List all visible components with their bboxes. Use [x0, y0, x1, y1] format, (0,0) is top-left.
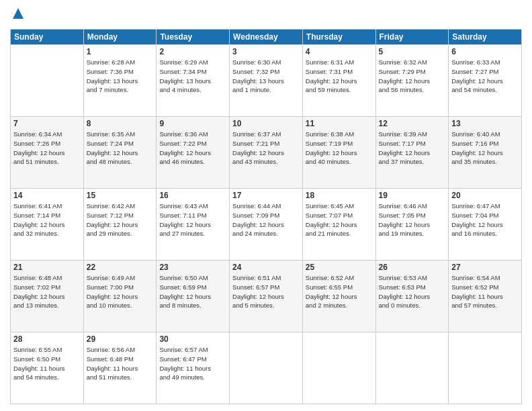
column-header-sunday: Sunday [11, 30, 84, 45]
day-info: Sunrise: 6:44 AM Sunset: 7:09 PM Dayligh… [232, 201, 300, 238]
day-number: 4 [306, 47, 373, 56]
calendar-cell [302, 332, 375, 404]
calendar-week-2: 7Sunrise: 6:34 AM Sunset: 7:26 PM Daylig… [11, 117, 522, 189]
day-number: 8 [87, 119, 154, 128]
calendar-cell: 13Sunrise: 6:40 AM Sunset: 7:16 PM Dayli… [449, 117, 522, 189]
day-number: 27 [451, 263, 519, 272]
calendar-cell: 25Sunrise: 6:52 AM Sunset: 6:55 PM Dayli… [302, 261, 375, 332]
day-info: Sunrise: 6:41 AM Sunset: 7:14 PM Dayligh… [13, 201, 81, 238]
day-info: Sunrise: 6:42 AM Sunset: 7:12 PM Dayligh… [87, 201, 154, 238]
day-number: 29 [87, 334, 154, 344]
day-number: 12 [379, 119, 446, 128]
day-info: Sunrise: 6:35 AM Sunset: 7:24 PM Dayligh… [87, 130, 154, 167]
calendar-cell: 23Sunrise: 6:50 AM Sunset: 6:59 PM Dayli… [157, 261, 230, 332]
calendar-cell: 19Sunrise: 6:46 AM Sunset: 7:05 PM Dayli… [375, 189, 449, 261]
column-header-monday: Monday [83, 30, 157, 45]
calendar-cell: 26Sunrise: 6:53 AM Sunset: 6:53 PM Dayli… [375, 261, 449, 332]
day-number: 6 [451, 47, 519, 56]
day-number: 7 [13, 119, 81, 128]
calendar-cell [11, 45, 84, 117]
day-number: 21 [13, 263, 81, 272]
day-info: Sunrise: 6:30 AM Sunset: 7:32 PM Dayligh… [232, 58, 300, 95]
calendar-table: SundayMondayTuesdayWednesdayThursdayFrid… [10, 29, 522, 404]
calendar-cell: 15Sunrise: 6:42 AM Sunset: 7:12 PM Dayli… [83, 189, 157, 261]
day-info: Sunrise: 6:51 AM Sunset: 6:57 PM Dayligh… [232, 273, 300, 310]
column-header-wednesday: Wednesday [230, 30, 303, 45]
calendar-cell: 22Sunrise: 6:49 AM Sunset: 7:00 PM Dayli… [83, 261, 157, 332]
day-number: 16 [159, 191, 226, 200]
day-info: Sunrise: 6:38 AM Sunset: 7:19 PM Dayligh… [306, 130, 373, 167]
day-info: Sunrise: 6:32 AM Sunset: 7:29 PM Dayligh… [379, 58, 446, 95]
day-info: Sunrise: 6:29 AM Sunset: 7:34 PM Dayligh… [159, 58, 226, 95]
day-info: Sunrise: 6:54 AM Sunset: 6:52 PM Dayligh… [451, 273, 519, 310]
day-number: 24 [232, 263, 300, 272]
day-number: 25 [306, 263, 373, 272]
calendar-cell: 2Sunrise: 6:29 AM Sunset: 7:34 PM Daylig… [157, 45, 230, 117]
page: SundayMondayTuesdayWednesdayThursdayFrid… [0, 0, 532, 411]
column-header-friday: Friday [375, 30, 449, 45]
column-header-saturday: Saturday [449, 30, 522, 45]
day-number: 5 [379, 47, 446, 56]
calendar-cell: 1Sunrise: 6:28 AM Sunset: 7:36 PM Daylig… [83, 45, 157, 117]
calendar-week-4: 21Sunrise: 6:48 AM Sunset: 7:02 PM Dayli… [11, 261, 522, 332]
day-info: Sunrise: 6:47 AM Sunset: 7:04 PM Dayligh… [451, 201, 519, 238]
day-number: 26 [379, 263, 446, 272]
calendar-body: 1Sunrise: 6:28 AM Sunset: 7:36 PM Daylig… [11, 45, 522, 404]
day-info: Sunrise: 6:53 AM Sunset: 6:53 PM Dayligh… [379, 273, 446, 310]
calendar-week-5: 28Sunrise: 6:55 AM Sunset: 6:50 PM Dayli… [11, 332, 522, 404]
calendar-cell: 29Sunrise: 6:56 AM Sunset: 6:48 PM Dayli… [83, 332, 157, 404]
calendar-cell: 8Sunrise: 6:35 AM Sunset: 7:24 PM Daylig… [83, 117, 157, 189]
day-number: 15 [87, 191, 154, 200]
day-number: 1 [87, 47, 154, 56]
calendar-cell: 11Sunrise: 6:38 AM Sunset: 7:19 PM Dayli… [302, 117, 375, 189]
day-info: Sunrise: 6:33 AM Sunset: 7:27 PM Dayligh… [451, 58, 519, 95]
calendar-cell: 27Sunrise: 6:54 AM Sunset: 6:52 PM Dayli… [449, 261, 522, 332]
logo [10, 7, 25, 24]
calendar-cell: 7Sunrise: 6:34 AM Sunset: 7:26 PM Daylig… [11, 117, 84, 189]
day-info: Sunrise: 6:28 AM Sunset: 7:36 PM Dayligh… [87, 58, 154, 95]
calendar-cell: 12Sunrise: 6:39 AM Sunset: 7:17 PM Dayli… [375, 117, 449, 189]
day-info: Sunrise: 6:37 AM Sunset: 7:21 PM Dayligh… [232, 130, 300, 167]
calendar-cell: 16Sunrise: 6:43 AM Sunset: 7:11 PM Dayli… [157, 189, 230, 261]
day-info: Sunrise: 6:43 AM Sunset: 7:11 PM Dayligh… [159, 201, 226, 238]
column-header-thursday: Thursday [302, 30, 375, 45]
day-info: Sunrise: 6:52 AM Sunset: 6:55 PM Dayligh… [306, 273, 373, 310]
day-number: 10 [232, 119, 300, 128]
day-info: Sunrise: 6:57 AM Sunset: 6:47 PM Dayligh… [159, 345, 226, 382]
day-info: Sunrise: 6:50 AM Sunset: 6:59 PM Dayligh… [159, 273, 226, 310]
day-number: 2 [159, 47, 226, 56]
calendar-cell: 30Sunrise: 6:57 AM Sunset: 6:47 PM Dayli… [157, 332, 230, 404]
calendar-cell: 28Sunrise: 6:55 AM Sunset: 6:50 PM Dayli… [11, 332, 84, 404]
calendar-header-row: SundayMondayTuesdayWednesdayThursdayFrid… [11, 30, 522, 45]
calendar-cell: 4Sunrise: 6:31 AM Sunset: 7:31 PM Daylig… [302, 45, 375, 117]
calendar-cell: 18Sunrise: 6:45 AM Sunset: 7:07 PM Dayli… [302, 189, 375, 261]
day-info: Sunrise: 6:34 AM Sunset: 7:26 PM Dayligh… [13, 130, 81, 167]
day-number: 20 [451, 191, 519, 200]
calendar-cell: 17Sunrise: 6:44 AM Sunset: 7:09 PM Dayli… [230, 189, 303, 261]
calendar-cell: 24Sunrise: 6:51 AM Sunset: 6:57 PM Dayli… [230, 261, 303, 332]
day-number: 13 [451, 119, 519, 128]
calendar-cell: 14Sunrise: 6:41 AM Sunset: 7:14 PM Dayli… [11, 189, 84, 261]
calendar-cell [449, 332, 522, 404]
day-info: Sunrise: 6:40 AM Sunset: 7:16 PM Dayligh… [451, 130, 519, 167]
day-number: 28 [13, 334, 81, 344]
calendar-week-3: 14Sunrise: 6:41 AM Sunset: 7:14 PM Dayli… [11, 189, 522, 261]
day-number: 23 [159, 263, 226, 272]
calendar-cell: 21Sunrise: 6:48 AM Sunset: 7:02 PM Dayli… [11, 261, 84, 332]
day-info: Sunrise: 6:48 AM Sunset: 7:02 PM Dayligh… [13, 273, 81, 310]
day-info: Sunrise: 6:46 AM Sunset: 7:05 PM Dayligh… [379, 201, 446, 238]
calendar-cell: 3Sunrise: 6:30 AM Sunset: 7:32 PM Daylig… [230, 45, 303, 117]
svg-marker-0 [13, 8, 24, 19]
header [10, 7, 522, 24]
column-header-tuesday: Tuesday [157, 30, 230, 45]
calendar-cell: 20Sunrise: 6:47 AM Sunset: 7:04 PM Dayli… [449, 189, 522, 261]
calendar-cell: 9Sunrise: 6:36 AM Sunset: 7:22 PM Daylig… [157, 117, 230, 189]
day-info: Sunrise: 6:39 AM Sunset: 7:17 PM Dayligh… [379, 130, 446, 167]
calendar-cell: 6Sunrise: 6:33 AM Sunset: 7:27 PM Daylig… [449, 45, 522, 117]
day-number: 9 [159, 119, 226, 128]
day-number: 14 [13, 191, 81, 200]
day-number: 3 [232, 47, 300, 56]
calendar-week-1: 1Sunrise: 6:28 AM Sunset: 7:36 PM Daylig… [11, 45, 522, 117]
calendar-cell: 10Sunrise: 6:37 AM Sunset: 7:21 PM Dayli… [230, 117, 303, 189]
logo-icon [11, 7, 25, 20]
